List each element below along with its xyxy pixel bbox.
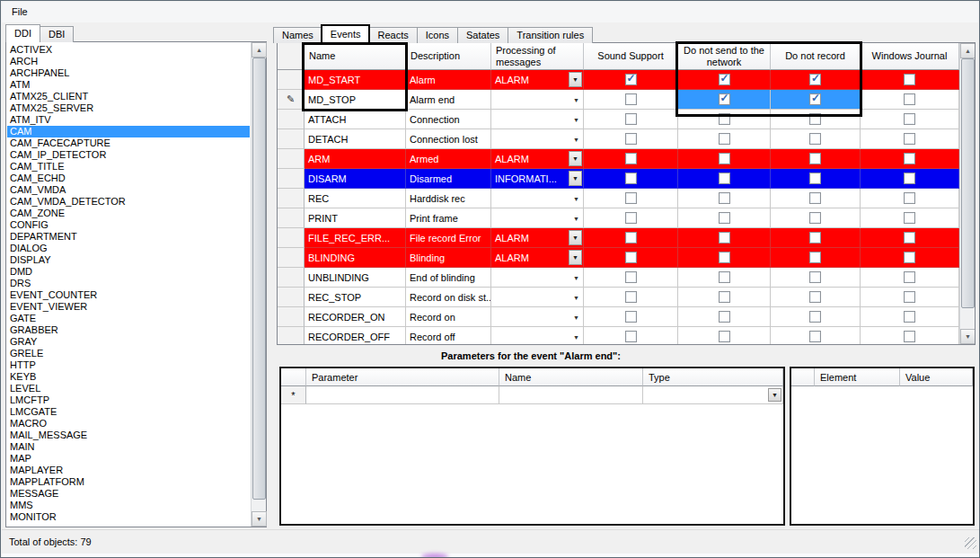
windows-journal-cell[interactable]	[861, 169, 959, 189]
event-description-cell[interactable]: Connection lost	[406, 129, 491, 149]
list-item-event-viewer[interactable]: EVENT_VIEWER	[7, 301, 250, 313]
event-description-cell[interactable]: Record on disk st...	[406, 288, 491, 307]
event-row-detach[interactable]: DETACHConnection lost▼	[278, 129, 975, 149]
checkbox-icon[interactable]	[809, 232, 821, 244]
event-row-rec[interactable]: RECHarddisk rec▼	[278, 189, 975, 208]
checkbox-icon[interactable]	[904, 153, 915, 164]
list-item-mms[interactable]: MMS	[7, 500, 250, 511]
param-parameter-input[interactable]	[306, 386, 499, 404]
checkbox-icon[interactable]	[809, 271, 821, 283]
list-item-activex[interactable]: ACTIVEX	[7, 44, 250, 56]
tab-reacts[interactable]: Reacts	[368, 27, 417, 43]
list-item-cam[interactable]: CAM	[7, 126, 250, 137]
list-item-maplayer[interactable]: MAPLAYER	[7, 465, 250, 476]
dropdown-arrow-icon[interactable]: ▼	[573, 195, 579, 201]
windows-journal-cell[interactable]	[861, 70, 959, 90]
file-menu[interactable]: File	[2, 2, 38, 22]
checkbox-icon[interactable]	[625, 311, 637, 323]
event-processing-cell[interactable]: INFORMATI...▼	[491, 169, 584, 189]
param-name-input[interactable]	[499, 386, 643, 404]
do-not-send-cell[interactable]	[678, 90, 771, 110]
list-item-gate[interactable]: GATE	[7, 313, 250, 324]
event-name-cell[interactable]: DETACH	[305, 129, 406, 149]
checkbox-icon[interactable]	[625, 192, 637, 204]
list-item-cam-echd[interactable]: CAM_ECHD	[7, 173, 250, 184]
do-not-record-cell[interactable]	[771, 90, 861, 110]
checkbox-icon[interactable]	[904, 232, 915, 244]
tab-names[interactable]: Names	[273, 27, 322, 43]
list-item-atm[interactable]: ATM	[7, 79, 250, 91]
event-row-rec-stop[interactable]: REC_STOPRecord on disk st...▼	[278, 288, 975, 307]
dropdown-arrow-icon[interactable]: ▼	[569, 171, 582, 186]
checkbox-icon[interactable]	[904, 74, 915, 85]
sound-support-cell[interactable]	[584, 288, 678, 307]
checkbox-icon[interactable]	[625, 271, 637, 283]
sound-support-cell[interactable]	[584, 268, 678, 288]
event-row-disarm[interactable]: DISARMDisarmedINFORMATI...▼	[278, 169, 975, 189]
dropdown-arrow-icon[interactable]: ▼	[573, 314, 579, 320]
windows-journal-cell[interactable]	[861, 248, 959, 268]
scroll-down-icon[interactable]: ▼	[960, 329, 976, 344]
sound-support-cell[interactable]	[584, 169, 678, 189]
row-header-cell[interactable]	[278, 169, 305, 189]
checkbox-icon[interactable]	[809, 153, 821, 164]
do-not-send-cell[interactable]	[678, 110, 771, 129]
checkbox-icon[interactable]	[719, 291, 730, 303]
event-name-cell[interactable]: ARM	[305, 149, 406, 169]
do-not-record-cell[interactable]	[771, 149, 861, 169]
list-item-cam-ip-detector[interactable]: CAM_IP_DETECTOR	[7, 149, 250, 161]
checkbox-icon[interactable]	[719, 192, 730, 204]
event-name-cell[interactable]: RECORDER_OFF	[305, 327, 406, 345]
list-item-macro[interactable]: MACRO	[7, 418, 250, 430]
event-description-cell[interactable]: Armed	[406, 149, 491, 169]
checkbox-icon[interactable]	[809, 311, 821, 323]
dropdown-arrow-icon[interactable]: ▼	[569, 250, 582, 265]
do-not-send-cell[interactable]	[678, 248, 771, 268]
list-item-atmx25-client[interactable]: ATMX25_CLIENT	[7, 91, 250, 102]
list-item-dialog[interactable]: DIALOG	[7, 243, 250, 254]
list-item-keyb[interactable]: KEYB	[7, 371, 250, 383]
checkbox-icon[interactable]	[809, 252, 821, 263]
checkbox-icon[interactable]	[904, 173, 915, 184]
list-item-cam-vmda[interactable]: CAM_VMDA	[7, 184, 250, 196]
do-not-record-cell[interactable]	[771, 307, 861, 327]
row-header-cell[interactable]	[278, 288, 305, 307]
checkbox-icon[interactable]	[625, 291, 637, 303]
windows-journal-cell[interactable]	[861, 110, 959, 129]
list-item-department[interactable]: DEPARTMENT	[7, 231, 250, 243]
resize-grip[interactable]	[965, 537, 976, 549]
list-item-grabber[interactable]: GRABBER	[7, 324, 250, 336]
sound-support-cell[interactable]	[584, 129, 678, 149]
list-item-grele[interactable]: GRELE	[7, 348, 250, 359]
do-not-record-cell[interactable]	[771, 189, 861, 208]
do-not-send-cell[interactable]	[678, 169, 771, 189]
dropdown-arrow-icon[interactable]: ▼	[573, 215, 579, 221]
checkbox-icon[interactable]	[625, 74, 637, 85]
list-item-archpanel[interactable]: ARCHPANEL	[7, 67, 250, 79]
checkbox-icon[interactable]	[625, 212, 637, 224]
event-description-cell[interactable]: File record Error	[406, 228, 491, 248]
event-name-cell[interactable]: FILE_REC_ERR...	[305, 228, 406, 248]
windows-journal-cell[interactable]	[861, 129, 959, 149]
do-not-send-cell[interactable]	[678, 70, 771, 90]
checkbox-icon[interactable]	[904, 252, 915, 263]
param-type-input[interactable]: ▼	[643, 386, 783, 404]
event-processing-cell[interactable]: ▼	[491, 268, 584, 288]
checkbox-icon[interactable]	[719, 133, 730, 145]
checkbox-icon[interactable]	[809, 173, 821, 184]
event-row-unblinding[interactable]: UNBLINDINGEnd of blinding▼	[278, 268, 975, 288]
tab-satates[interactable]: Satates	[457, 27, 508, 43]
event-description-cell[interactable]: Record on	[406, 307, 491, 327]
dropdown-arrow-icon[interactable]: ▼	[768, 388, 781, 402]
list-item-monitor[interactable]: MONITOR	[7, 511, 250, 523]
tab-events[interactable]: Events	[322, 25, 370, 43]
list-item-gray[interactable]: GRAY	[7, 336, 250, 348]
list-item-atm-itv[interactable]: ATM_ITV	[7, 114, 250, 126]
row-header-cell[interactable]	[278, 228, 305, 248]
list-item-map[interactable]: MAP	[7, 453, 250, 465]
checkbox-icon[interactable]	[625, 133, 637, 145]
checkbox-icon[interactable]	[625, 252, 637, 263]
event-processing-cell[interactable]: ▼	[491, 307, 584, 327]
list-item-main[interactable]: MAIN	[7, 441, 250, 453]
checkbox-icon[interactable]	[904, 212, 915, 224]
